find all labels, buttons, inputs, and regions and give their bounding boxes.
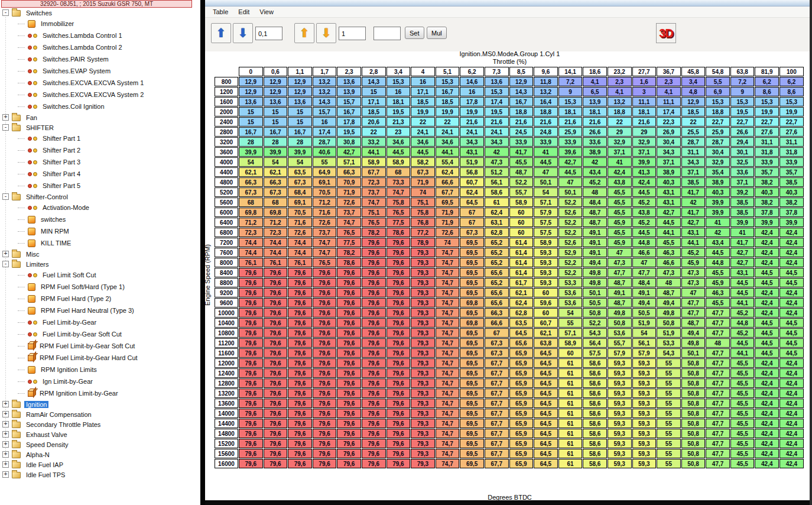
map-cell-r8400-c3-4[interactable]: 79,6 [386, 268, 411, 277]
map-cell-r5600-c9-6[interactable]: 57,1 [534, 198, 558, 207]
map-cell-r2000-c1-1[interactable]: 15 [288, 107, 312, 116]
map-cell-r2400-c18-6[interactable]: 21,6 [583, 117, 607, 127]
map-cell-r5600-c27-7[interactable]: 45,2 [632, 198, 657, 207]
tree-item-idle-fuel-tps[interactable]: +Idle Fuel TPS [0, 470, 200, 480]
map-cell-r14000-c23-2[interactable]: 59,3 [608, 409, 632, 418]
map-cell-r10000-c4[interactable]: 79,3 [411, 308, 435, 318]
map-cell-r10400-c0-6[interactable]: 79,6 [264, 318, 288, 328]
map-cell-r9600-c63-8[interactable]: 44,1 [730, 298, 755, 307]
map-cell-r11600-c9-6[interactable]: 64,5 [534, 348, 558, 358]
map-cell-r3600-c27-7[interactable]: 37,1 [632, 147, 657, 157]
map-cell-r7600-c0[interactable]: 74,4 [239, 248, 263, 257]
map-cell-r15600-c4[interactable]: 79,3 [411, 449, 435, 458]
map-cell-r6000-c45-8[interactable]: 41,7 [681, 208, 706, 217]
map-cell-r16000-c2-3[interactable]: 79,6 [337, 459, 361, 468]
row-header-14000[interactable]: 14000 [215, 409, 238, 418]
map-cell-r6800-c2-8[interactable]: 78,2 [362, 228, 386, 237]
map-cell-r1600-c8-5[interactable]: 16,7 [509, 97, 534, 106]
decrease-coarse-button[interactable]: ⬇ [316, 23, 336, 43]
map-cell-r6800-c3-4[interactable]: 78,6 [386, 228, 411, 237]
map-cell-r10400-c2-8[interactable]: 79,6 [362, 318, 386, 328]
map-cell-r13600-c45-8[interactable]: 50,8 [681, 399, 706, 408]
map-cell-r1200-c0[interactable]: 12,9 [239, 87, 263, 96]
expand-toggle-icon[interactable]: + [2, 431, 9, 438]
map-cell-r5200-c23-2[interactable]: 45,5 [608, 187, 632, 197]
map-cell-r6000-c36-7[interactable]: 42,7 [657, 208, 681, 217]
map-cell-r3200-c63-8[interactable]: 29,4 [730, 137, 755, 147]
expand-toggle-icon[interactable]: + [2, 411, 9, 417]
map-cell-r13200-c6-2[interactable]: 69,5 [460, 389, 484, 398]
map-cell-r4000-c100[interactable]: 33,9 [779, 157, 804, 167]
map-cell-r6800-c0-6[interactable]: 72,3 [264, 228, 288, 237]
map-cell-r6800-c23-2[interactable]: 45,5 [608, 228, 632, 237]
map-cell-r14000-c2-3[interactable]: 79,6 [337, 409, 361, 418]
map-cell-r10400-c18-6[interactable]: 52,2 [583, 318, 607, 328]
map-cell-r14400-c3-4[interactable]: 79,6 [386, 419, 411, 428]
map-cell-r10400-c6-2[interactable]: 69,8 [460, 318, 484, 328]
map-cell-r12800-c63-8[interactable]: 45,5 [730, 378, 755, 388]
map-cell-r4000-c9-6[interactable]: 44,5 [534, 157, 558, 167]
col-header-81-9[interactable]: 81,9 [755, 67, 779, 76]
map-cell-r8000-c5-1[interactable]: 74,7 [436, 258, 460, 267]
map-cell-r3200-c54-8[interactable]: 28,7 [706, 137, 730, 147]
map-cell-r3200-c4[interactable]: 34,6 [411, 137, 435, 147]
map-cell-r8000-c18-6[interactable]: 49,4 [583, 258, 607, 267]
map-cell-r3200-c9-6[interactable]: 33,9 [534, 137, 558, 147]
map-cell-r5600-c3-4[interactable]: 75,8 [386, 198, 411, 207]
map-cell-r14000-c9-6[interactable]: 64,5 [534, 409, 558, 418]
map-cell-r12400-c8-5[interactable]: 65,9 [509, 368, 534, 378]
map-cell-r12800-c81-9[interactable]: 42,4 [755, 378, 779, 388]
map-cell-r14400-c2-3[interactable]: 79,6 [337, 419, 361, 428]
map-cell-r13600-c18-6[interactable]: 58,6 [583, 399, 607, 408]
map-cell-r6800-c27-7[interactable]: 44,5 [632, 228, 657, 237]
map-cell-r4000-c27-7[interactable]: 39,9 [632, 157, 657, 167]
map-cell-r6400-c36-7[interactable]: 44,5 [657, 218, 681, 227]
map-cell-r5600-c23-2[interactable]: 45,5 [608, 198, 632, 207]
map-cell-r5200-c2-8[interactable]: 73,7 [362, 187, 386, 197]
map-cell-r9600-c0-6[interactable]: 79,6 [264, 298, 288, 307]
map-cell-r4000-c2-8[interactable]: 58,9 [362, 157, 386, 167]
map-cell-r13600-c9-6[interactable]: 64,5 [534, 399, 558, 408]
tree-item-limiters[interactable]: -Limiters [0, 259, 200, 269]
map-cell-r3200-c100[interactable]: 31,1 [779, 137, 804, 147]
map-cell-r800-c1-1[interactable]: 12,9 [288, 77, 312, 86]
tree-item-misc[interactable]: +Misc [0, 249, 200, 259]
map-cell-r14000-c14-1[interactable]: 61 [558, 409, 583, 418]
tree-item-switches[interactable]: -Switches [0, 8, 200, 18]
map-cell-r8800-c9-6[interactable]: 59,3 [534, 278, 558, 287]
map-cell-r3200-c0-6[interactable]: 28 [264, 137, 288, 147]
map-cell-r13600-c3-4[interactable]: 79,6 [386, 399, 411, 408]
map-cell-r7200-c45-8[interactable]: 44,1 [681, 238, 706, 247]
map-cell-r6000-c100[interactable]: 37,8 [779, 208, 804, 217]
col-header-3-4[interactable]: 3,4 [386, 67, 411, 76]
map-cell-r14400-c9-6[interactable]: 64,5 [534, 419, 558, 428]
map-cell-r8800-c5-1[interactable]: 74,7 [436, 278, 460, 287]
map-cell-r2000-c2-8[interactable]: 18,5 [362, 107, 386, 116]
expand-toggle-icon[interactable]: + [2, 421, 9, 428]
map-cell-r10400-c14-1[interactable]: 55 [558, 318, 583, 328]
map-cell-r4400-c100[interactable]: 35,7 [779, 167, 804, 177]
map-cell-r11600-c2-3[interactable]: 79,6 [337, 348, 361, 358]
map-cell-r7600-c27-7[interactable]: 46,6 [632, 248, 657, 257]
map-cell-r3600-c14-1[interactable]: 39,6 [558, 147, 583, 157]
map-cell-r4400-c9-6[interactable]: 47 [534, 167, 558, 177]
map-cell-r2800-c63-8[interactable]: 26,6 [730, 127, 755, 137]
map-cell-r11600-c45-8[interactable]: 50,1 [681, 348, 706, 358]
map-cell-r10400-c1-7[interactable]: 79,6 [313, 318, 337, 328]
map-cell-r10000-c5-1[interactable]: 74,7 [436, 308, 460, 318]
map-cell-r12400-c23-2[interactable]: 59,3 [608, 368, 632, 378]
map-cell-r12000-c5-1[interactable]: 74,7 [436, 358, 460, 368]
map-cell-r800-c81-9[interactable]: 6,2 [755, 77, 779, 86]
map-cell-r12000-c14-1[interactable]: 61 [558, 358, 583, 368]
map-cell-r3600-c23-2[interactable]: 37,1 [608, 147, 632, 157]
col-header-5-1[interactable]: 5,1 [436, 67, 460, 76]
map-cell-r7600-c54-8[interactable]: 44,5 [706, 248, 730, 257]
map-cell-r4000-c45-8[interactable]: 34,3 [681, 157, 706, 167]
row-header-8400[interactable]: 8400 [215, 268, 238, 277]
map-cell-r12800-c0-6[interactable]: 79,6 [264, 378, 288, 388]
map-cell-r1600-c23-2[interactable]: 13,2 [608, 97, 632, 106]
map-cell-r800-c27-7[interactable]: 1,6 [632, 77, 657, 86]
map-cell-r2000-c27-7[interactable]: 18,1 [632, 107, 657, 116]
tree-item-switches-coil-ignition[interactable]: Switches.Coil Ignition [0, 101, 200, 112]
map-cell-r7600-c4[interactable]: 79,3 [411, 248, 435, 257]
